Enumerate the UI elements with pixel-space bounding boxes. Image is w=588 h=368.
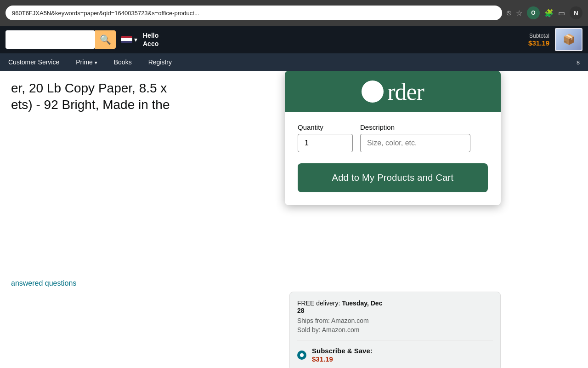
radio-inner: [300, 353, 304, 357]
flag-dropdown-arrow: ▾: [134, 36, 137, 43]
browser-chrome: 960T6FJXA5N&keywords=paper&qid=164003572…: [0, 0, 588, 26]
subtotal-value: $31.19: [528, 39, 549, 47]
sidebar-icon[interactable]: ▭: [558, 9, 565, 17]
amazon-nav: Customer Service Prime Books Registry s: [0, 53, 588, 71]
account-menu[interactable]: Hello Acco: [143, 31, 158, 48]
product-title: er, 20 Lb Copy Paper, 8.5 x ets) - 92 Br…: [11, 80, 274, 114]
subscribe-radio[interactable]: [297, 351, 306, 360]
puzzle-icon[interactable]: 🧩: [544, 9, 554, 17]
cart-subtotal[interactable]: Subtotal $31.19: [528, 33, 549, 47]
free-delivery-label: FREE delivery:: [297, 299, 342, 307]
description-label: Description: [360, 123, 470, 131]
product-info: er, 20 Lb Copy Paper, 8.5 x ets) - 92 Br…: [0, 71, 285, 368]
quantity-field-group: Quantity: [298, 123, 353, 152]
quantity-label: Quantity: [298, 123, 353, 131]
order-extension-icon[interactable]: O: [527, 6, 540, 19]
ships-from: Ships from: Amazon.com: [297, 317, 493, 324]
search-icon: 🔍: [100, 34, 111, 45]
search-button[interactable]: 🔍: [95, 30, 116, 49]
account-label: Acco: [143, 40, 158, 48]
order-logo-circle: [362, 80, 384, 103]
nav-prime[interactable]: Prime: [73, 57, 100, 68]
url-bar[interactable]: 960T6FJXA5N&keywords=paper&qid=164003572…: [6, 6, 502, 20]
qa-link[interactable]: answered questions: [11, 279, 76, 288]
order-logo: rder: [362, 78, 424, 105]
nav-customer-service[interactable]: Customer Service: [6, 57, 62, 68]
cart-thumbnail[interactable]: [555, 28, 582, 51]
browser-icons: ⎋ ☆ O 🧩 ▭ N: [507, 6, 582, 19]
url-text: 960T6FJXA5N&keywords=paper&qid=164003572…: [12, 10, 199, 17]
flag-selector[interactable]: ▾: [121, 36, 137, 43]
order-popup-header: rder: [285, 71, 501, 112]
order-logo-text: rder: [387, 78, 424, 105]
subtotal-label: Subtotal: [528, 33, 549, 39]
search-bar-container: [6, 30, 95, 49]
order-popup: rder Quantity Description Add to My Prod…: [285, 71, 501, 205]
subscribe-save-row: Subscribe & Save: $31.19: [297, 340, 493, 363]
cart-product-image: [556, 29, 582, 50]
user-avatar[interactable]: N: [570, 6, 582, 19]
add-to-products-button[interactable]: Add to My Products and Cart: [298, 163, 488, 192]
hello-label: Hello: [143, 31, 158, 40]
delivery-info-box: FREE delivery: Tuesday, Dec 28 Ships fro…: [289, 292, 501, 368]
bookmark-icon[interactable]: ☆: [516, 9, 522, 17]
amazon-header: 🔍 ▾ Hello Acco Subtotal $31.19: [0, 26, 588, 53]
right-panel: rder Quantity Description Add to My Prod…: [285, 71, 588, 368]
subscribe-price: $31.19: [312, 355, 373, 363]
us-flag: [121, 36, 132, 43]
order-popup-body: Quantity Description Add to My Products …: [285, 112, 501, 205]
search-input[interactable]: [10, 36, 90, 43]
quantity-input[interactable]: [298, 134, 353, 152]
description-field-group: Description: [360, 123, 470, 152]
popup-fields: Quantity Description: [298, 123, 488, 152]
nav-books[interactable]: Books: [111, 57, 135, 68]
sold-by: Sold by: Amazon.com: [297, 326, 493, 334]
description-input[interactable]: [360, 134, 470, 152]
delivery-date: FREE delivery: Tuesday, Dec 28: [297, 299, 493, 314]
page-content: er, 20 Lb Copy Paper, 8.5 x ets) - 92 Br…: [0, 71, 588, 368]
nav-registry[interactable]: Registry: [146, 57, 175, 68]
share-icon[interactable]: ⎋: [507, 9, 511, 17]
subscribe-info: Subscribe & Save: $31.19: [312, 347, 373, 363]
nav-more[interactable]: s: [574, 57, 582, 68]
